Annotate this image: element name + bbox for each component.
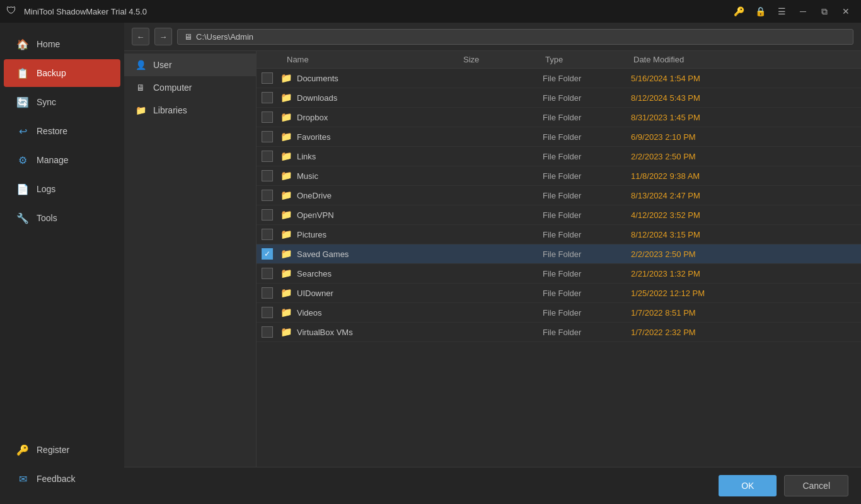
file-name: UIDowner <box>297 289 461 298</box>
file-date: 1/25/2022 12:12 PM <box>631 289 861 298</box>
file-checkbox[interactable] <box>262 151 273 162</box>
nav-item-computer[interactable]: 🖥 Computer <box>124 76 256 99</box>
file-list-container[interactable]: Name Size Type Date Modified 📁 Documents… <box>257 51 861 467</box>
file-checkbox[interactable] <box>262 326 273 338</box>
table-row[interactable]: 📁 Dropbox File Folder 8/31/2023 1:45 PM <box>257 108 861 127</box>
table-row[interactable]: 📁 Videos File Folder 1/7/2022 8:51 PM <box>257 303 861 323</box>
file-name: Pictures <box>297 230 461 239</box>
key-icon[interactable]: 🔑 <box>730 3 748 20</box>
col-header-size: Size <box>463 55 545 64</box>
file-name: Links <box>297 152 461 161</box>
table-row[interactable]: 📁 Searches File Folder 2/21/2023 1:32 PM <box>257 264 861 284</box>
file-checkbox[interactable] <box>262 92 273 103</box>
file-checkbox[interactable] <box>262 190 273 201</box>
file-date: 8/12/2024 5:43 PM <box>631 93 861 103</box>
file-type: File Folder <box>543 230 631 239</box>
table-row[interactable]: 📁 Downloads File Folder 8/12/2024 5:43 P… <box>257 88 861 108</box>
file-name: VirtualBox VMs <box>297 328 461 337</box>
nav-item-libraries[interactable]: 📁 Libraries <box>124 99 256 122</box>
ok-button[interactable]: OK <box>719 475 777 496</box>
file-type: File Folder <box>543 308 631 318</box>
sidebar-item-backup[interactable]: 📋 Backup <box>4 59 120 87</box>
nav-item-user[interactable]: 👤 User <box>124 54 256 76</box>
file-checkbox[interactable] <box>262 248 273 260</box>
table-row[interactable]: 📁 Documents File Folder 5/16/2024 1:54 P… <box>257 69 861 88</box>
sidebar-item-manage[interactable]: ⚙ Manage <box>4 146 120 174</box>
file-name: Searches <box>297 269 461 278</box>
path-bar[interactable]: 🖥 C:\Users\Admin <box>177 29 853 45</box>
folder-icon: 📁 <box>279 326 293 338</box>
sidebar-item-restore[interactable]: ↩ Restore <box>4 117 120 145</box>
file-date: 8/13/2024 2:47 PM <box>631 191 861 200</box>
table-row[interactable]: 📁 Links File Folder 2/2/2023 2:50 PM <box>257 147 861 166</box>
folder-icon: 📁 <box>279 72 293 84</box>
path-text: C:\Users\Admin <box>196 32 253 42</box>
file-checkbox[interactable] <box>262 287 273 299</box>
nav-item-label: Libraries <box>153 105 187 115</box>
table-row[interactable]: 📁 Saved Games File Folder 2/2/2023 2:50 … <box>257 244 861 264</box>
file-date: 8/12/2024 3:15 PM <box>631 230 861 239</box>
sidebar-item-tools[interactable]: 🔧 Tools <box>4 204 120 232</box>
file-checkbox[interactable] <box>262 131 273 142</box>
back-button[interactable]: ← <box>132 28 149 45</box>
file-checkbox[interactable] <box>262 268 273 279</box>
left-nav: 👤 User 🖥 Computer 📁 Libraries <box>124 51 257 467</box>
title-bar: 🛡 MiniTool ShadowMaker Trial 4.5.0 🔑 🔒 ☰… <box>0 0 861 23</box>
sidebar-item-label: Home <box>37 39 60 49</box>
file-checkbox[interactable] <box>262 229 273 240</box>
folder-icon: 📁 <box>279 190 293 201</box>
table-row[interactable]: 📁 OneDrive File Folder 8/13/2024 2:47 PM <box>257 186 861 205</box>
cancel-button[interactable]: Cancel <box>784 475 848 496</box>
folder-icon: 📁 <box>279 248 293 260</box>
folder-icon: 📁 <box>279 209 293 220</box>
file-type: File Folder <box>543 74 631 83</box>
folder-icon: 📁 <box>279 268 293 279</box>
col-header-type: Type <box>545 55 633 64</box>
close-button[interactable]: ✕ <box>837 3 855 20</box>
folder-icon: 📁 <box>279 92 293 103</box>
manage-icon: ⚙ <box>16 154 29 166</box>
file-checkbox[interactable] <box>262 170 273 181</box>
sidebar-item-label: Backup <box>37 68 66 78</box>
file-checkbox[interactable] <box>262 112 273 123</box>
file-checkbox[interactable] <box>262 209 273 220</box>
file-name: Downloads <box>297 93 461 103</box>
sidebar-nav: 🏠 Home 📋 Backup 🔄 Sync ↩ Restore ⚙ Manag… <box>0 29 124 233</box>
restore-button[interactable]: ⧉ <box>816 3 833 20</box>
sidebar-item-label: Restore <box>37 126 67 136</box>
table-row[interactable]: 📁 OpenVPN File Folder 4/12/2022 3:52 PM <box>257 205 861 225</box>
file-type: File Folder <box>543 328 631 337</box>
file-type: File Folder <box>543 210 631 220</box>
sidebar-item-register[interactable]: 🔑 Register <box>4 436 120 464</box>
table-row[interactable]: 📁 Pictures File Folder 8/12/2024 3:15 PM <box>257 225 861 244</box>
file-rows: 📁 Documents File Folder 5/16/2024 1:54 P… <box>257 69 861 342</box>
user-nav-icon: 👤 <box>134 60 147 70</box>
sidebar-item-sync[interactable]: 🔄 Sync <box>4 88 120 116</box>
forward-button[interactable]: → <box>154 28 172 45</box>
sidebar-item-label: Manage <box>37 155 69 165</box>
file-checkbox[interactable] <box>262 307 273 318</box>
table-row[interactable]: 📁 Favorites File Folder 6/9/2023 2:10 PM <box>257 127 861 147</box>
sidebar-item-home[interactable]: 🏠 Home <box>4 30 120 58</box>
footer: OK Cancel <box>124 467 861 504</box>
file-date: 1/7/2022 8:51 PM <box>631 308 861 318</box>
nav-item-label: Computer <box>153 83 192 93</box>
lock-icon[interactable]: 🔒 <box>751 3 769 20</box>
file-type: File Folder <box>543 249 631 259</box>
sidebar: 🏠 Home 📋 Backup 🔄 Sync ↩ Restore ⚙ Manag… <box>0 23 124 504</box>
restore-icon: ↩ <box>16 125 29 137</box>
nav-item-label: User <box>153 60 172 70</box>
table-row[interactable]: 📁 Music File Folder 11/8/2022 9:38 AM <box>257 166 861 186</box>
sidebar-item-feedback[interactable]: ✉ Feedback <box>4 465 120 493</box>
file-type: File Folder <box>543 269 631 278</box>
file-name: Favorites <box>297 132 461 142</box>
menu-icon[interactable]: ☰ <box>773 3 790 20</box>
file-checkbox[interactable] <box>262 72 273 84</box>
path-icon: 🖥 <box>184 32 192 42</box>
table-row[interactable]: 📁 VirtualBox VMs File Folder 1/7/2022 2:… <box>257 323 861 342</box>
file-name: Saved Games <box>297 249 461 259</box>
folder-icon: 📁 <box>279 229 293 240</box>
minimize-button[interactable]: ─ <box>794 3 812 20</box>
table-row[interactable]: 📁 UIDowner File Folder 1/25/2022 12:12 P… <box>257 284 861 303</box>
sidebar-item-logs[interactable]: 📄 Logs <box>4 175 120 203</box>
